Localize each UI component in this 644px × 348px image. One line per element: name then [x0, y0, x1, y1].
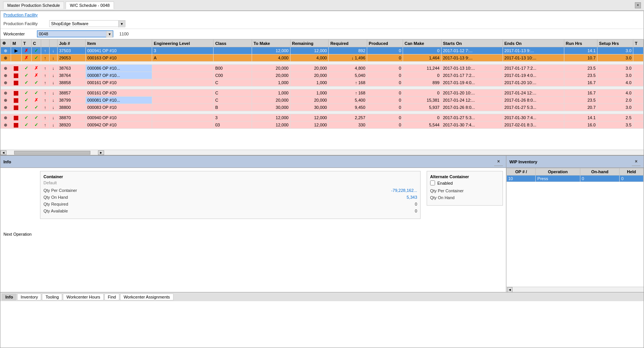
- wip-table: OP # / Operation On-hand Held 10Press00: [506, 168, 644, 182]
- dn-arrow-icon: ↓: [49, 89, 57, 97]
- workcenter-input-wrapper: ▼: [37, 30, 113, 37]
- setuphrs-cell: 3.0: [597, 65, 633, 72]
- table-row[interactable]: [1, 86, 644, 89]
- scroll-right-btn[interactable]: ►: [98, 150, 104, 155]
- window-close-button[interactable]: ×: [635, 2, 641, 8]
- tab-info[interactable]: Info: [2, 294, 16, 300]
- expand-icon: ⊕: [1, 54, 11, 62]
- expand-icon: ⊕: [1, 114, 11, 121]
- check-t: ✗: [22, 54, 32, 62]
- table-row[interactable]: ⊕✓✓↑↓38870000940 OP #10312,00012,0002,25…: [1, 114, 644, 121]
- tab-workcenter-assignments[interactable]: Workcenter Assignments: [120, 294, 173, 300]
- expand-icon: ⊕: [1, 65, 11, 72]
- job-cell: 38858: [57, 79, 85, 86]
- wip-table-wrapper[interactable]: OP # / Operation On-hand Held 10Press00: [506, 168, 644, 287]
- table-row[interactable]: ⊕✓✓↑↓38800000083 OP #10B30,00030,0009,45…: [1, 104, 644, 111]
- endson-cell: 2017-01-19 4:0...: [503, 72, 564, 79]
- tab-workcenter-hours[interactable]: Workcenter Hours: [63, 294, 103, 300]
- setuphrs-cell: 2.5: [597, 114, 633, 121]
- production-facility-input[interactable]: [49, 20, 125, 27]
- check-c: ✗: [31, 97, 41, 104]
- runhrs-cell: 14.1: [564, 47, 597, 54]
- alt-container-section: Alternate Container Enabled Qty Per Cont…: [427, 171, 503, 289]
- produced-cell: 0: [367, 97, 403, 104]
- check-c: ✓: [31, 54, 41, 62]
- workcenter-input[interactable]: [37, 30, 113, 37]
- info-panel-close[interactable]: ×: [494, 157, 503, 166]
- table-row[interactable]: ⊕✓✗↑↓38764000087 OP #10...C0020,00020,00…: [1, 72, 644, 79]
- canmake-cell: 0: [403, 114, 442, 121]
- tab-master-production[interactable]: Master Production Schedule: [3, 2, 64, 9]
- alt-enabled-checkbox[interactable]: [430, 180, 435, 185]
- endson-cell: 2017-01-26 8:0...: [503, 97, 564, 104]
- item-cell: 000083 OP #10: [85, 104, 152, 111]
- wip-scroll-left-btn[interactable]: ◄: [507, 287, 512, 292]
- runhrs-cell: 10.7: [564, 54, 597, 62]
- required-cell: 892: [329, 47, 367, 54]
- tab-tooling[interactable]: Tooling: [42, 294, 62, 300]
- setuphrs-cell: 3.5: [597, 121, 633, 129]
- red-square: [11, 89, 21, 97]
- canmake-cell: 15,381: [403, 97, 442, 104]
- wip-cell-held: 0: [620, 176, 644, 182]
- canmake-cell: 11,244: [403, 65, 442, 72]
- table-row[interactable]: [1, 62, 644, 65]
- table-wrapper[interactable]: ⊕ M T C Job # Item Engineering Level Cla…: [0, 39, 644, 150]
- required-cell: ↑ 168: [329, 89, 367, 97]
- tab-wc-schedule[interactable]: W/C Schedule - 0048: [66, 2, 114, 9]
- table-row[interactable]: ⊕▶✗✓↑↓37503000941 OP #10312,00012,000892…: [1, 47, 644, 54]
- table-row[interactable]: ⊕✓✗↑↓38763000086 OP #10...B0020,00020,00…: [1, 65, 644, 72]
- check-t: ✓: [22, 72, 32, 79]
- production-facility-dropdown[interactable]: ▼: [118, 21, 125, 27]
- job-cell: 38799: [57, 97, 85, 104]
- class-cell: 03: [214, 121, 252, 129]
- table-row[interactable]: ⊕✗✓↑↓29053000163 OP #10A4,0004,000↓ 1,49…: [1, 54, 644, 62]
- h-scroll-area[interactable]: ◄ ►: [0, 150, 644, 155]
- startson-cell: 2017-01-13 9:...: [441, 54, 503, 62]
- workcenter-number: 1100: [119, 32, 128, 36]
- main-window: Production Facility Production Facility …: [0, 11, 644, 348]
- alt-qty-on-hand-row: Qty On Hand: [430, 195, 499, 200]
- runhrs-cell: 16.7: [564, 89, 597, 97]
- tab-find[interactable]: Find: [104, 294, 119, 300]
- table-row[interactable]: ⊕✓✓↑↓38858000161 OP #10C1,0001,000↑ 1680…: [1, 79, 644, 86]
- table-row[interactable]: [1, 111, 644, 114]
- t2-cell: [633, 97, 644, 104]
- tomake-cell: 12,000: [252, 47, 291, 54]
- dn-arrow-icon: ↓: [49, 114, 57, 121]
- up-arrow-icon: ↑: [41, 54, 49, 62]
- qty-available-value: 0: [415, 209, 417, 213]
- facility-link[interactable]: Production Facility: [0, 11, 644, 19]
- dn-arrow-icon: ↓: [49, 47, 57, 54]
- tab-inventory[interactable]: Inventory: [17, 294, 41, 300]
- check-t: ✓: [22, 104, 32, 111]
- table-row[interactable]: ⊕✓✓↑↓38920000942 OP #100312,00012,000330…: [1, 121, 644, 129]
- class-cell: B: [214, 104, 252, 111]
- wip-scroll-area[interactable]: ◄: [506, 287, 644, 292]
- workcenter-dropdown[interactable]: ▼: [106, 31, 113, 38]
- required-cell: 2,257: [329, 114, 367, 121]
- tomake-cell: 20,000: [252, 65, 291, 72]
- tomake-cell: 12,000: [252, 114, 291, 121]
- setuphrs-cell: 3.0: [597, 72, 633, 79]
- endson-cell: 2017-01-13 9:...: [503, 47, 564, 54]
- job-cell: 29053: [57, 54, 85, 62]
- wip-row[interactable]: 10Press00: [507, 176, 644, 182]
- remaining-cell: 1,000: [290, 79, 329, 86]
- up-arrow-icon: ↑: [41, 121, 49, 129]
- alt-qty-per-container-row: Qty Per Container: [430, 188, 499, 193]
- check-c: ✗: [31, 65, 41, 72]
- dn-arrow-icon: ↓: [49, 79, 57, 86]
- alt-container-box: Alternate Container Enabled Qty Per Cont…: [427, 171, 503, 206]
- required-cell: ↑ 168: [329, 79, 367, 86]
- h-scroll-bar[interactable]: [14, 151, 90, 155]
- table-row[interactable]: ⊕✓✓↑↓38857000161 OP #20C1,0001,000↑ 1680…: [1, 89, 644, 97]
- t2-cell: [633, 54, 644, 62]
- eng-cell: [152, 79, 214, 86]
- qty-per-container-label: Qty Per Container: [43, 188, 77, 193]
- runhrs-cell: 23.5: [564, 72, 597, 79]
- job-cell: 38857: [57, 89, 85, 97]
- scroll-left-btn[interactable]: ◄: [0, 150, 6, 155]
- wip-panel-close[interactable]: ×: [632, 157, 641, 166]
- table-row[interactable]: ⊕✓✗↑↓38799000081 OP #10...C20,00020,0005…: [1, 97, 644, 104]
